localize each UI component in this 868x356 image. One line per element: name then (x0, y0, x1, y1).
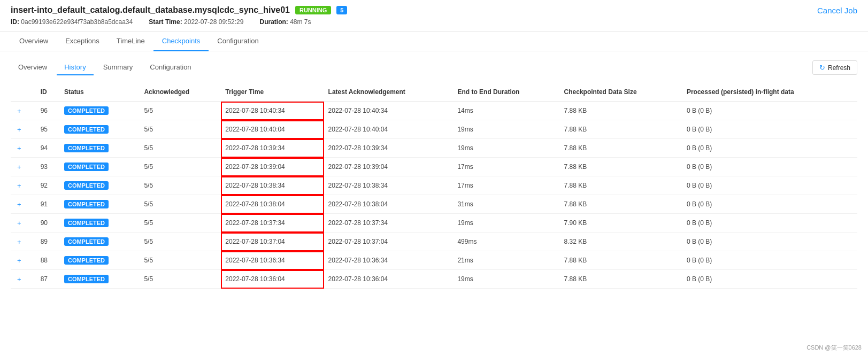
cell-latest-ack: 2022-07-28 10:40:34 (324, 102, 454, 120)
expand-button[interactable]: + (15, 144, 24, 152)
cell-data-size: 7.88 KB (560, 139, 682, 158)
status-badge: COMPLETED (64, 219, 109, 227)
cell-acknowledged: 5/5 (140, 176, 221, 195)
cell-data-size: 7.88 KB (560, 176, 682, 195)
cell-id: 93 (36, 158, 60, 176)
expand-cell: + (11, 102, 36, 120)
cell-id: 88 (36, 251, 60, 270)
cell-duration: 17ms (453, 176, 559, 195)
col-data-size: Checkpointed Data Size (560, 83, 682, 102)
table-row: +93COMPLETED5/52022-07-28 10:39:042022-0… (11, 158, 857, 176)
expand-button[interactable]: + (15, 163, 24, 171)
cell-latest-ack: 2022-07-28 10:39:04 (324, 158, 454, 176)
cell-status: COMPLETED (60, 102, 140, 120)
table-row: +90COMPLETED5/52022-07-28 10:37:342022-0… (11, 214, 857, 233)
cell-latest-ack: 2022-07-28 10:40:04 (324, 120, 454, 139)
cell-duration: 19ms (453, 120, 559, 139)
cell-acknowledged: 5/5 (140, 158, 221, 176)
cell-status: COMPLETED (60, 270, 140, 289)
cell-inflight: 0 B (0 B) (682, 120, 857, 139)
tab-configuration[interactable]: Configuration (209, 32, 267, 51)
sub-tab-summary[interactable]: Summary (96, 60, 141, 75)
cell-status: COMPLETED (60, 195, 140, 214)
col-duration: End to End Duration (453, 83, 559, 102)
tab-overview[interactable]: Overview (11, 32, 57, 51)
cell-acknowledged: 5/5 (140, 233, 221, 251)
cell-inflight: 0 B (0 B) (682, 176, 857, 195)
cell-data-size: 7.90 KB (560, 214, 682, 233)
job-start-time: Start Time: 2022-07-28 09:52:29 (149, 18, 243, 26)
table-row: +92COMPLETED5/52022-07-28 10:38:342022-0… (11, 176, 857, 195)
col-id: ID (36, 83, 60, 102)
cell-acknowledged: 5/5 (140, 120, 221, 139)
cell-status: COMPLETED (60, 120, 140, 139)
cell-duration: 19ms (453, 139, 559, 158)
expand-cell: + (11, 120, 36, 139)
cell-duration: 17ms (453, 158, 559, 176)
cell-duration: 14ms (453, 102, 559, 120)
cell-data-size: 8.32 KB (560, 233, 682, 251)
count-badge: 5 (336, 6, 347, 14)
sub-tab-configuration[interactable]: Configuration (142, 60, 198, 75)
cell-trigger-time: 2022-07-28 10:37:04 (221, 233, 324, 251)
cell-latest-ack: 2022-07-28 10:39:34 (324, 139, 454, 158)
cell-acknowledged: 5/5 (140, 139, 221, 158)
status-badge: COMPLETED (64, 144, 109, 152)
cell-trigger-time: 2022-07-28 10:39:34 (221, 139, 324, 158)
sub-tab-history[interactable]: History (57, 60, 93, 75)
cell-status: COMPLETED (60, 139, 140, 158)
expand-button[interactable]: + (15, 126, 24, 134)
expand-cell: + (11, 233, 36, 251)
status-badge: COMPLETED (64, 200, 109, 208)
cell-trigger-time: 2022-07-28 10:38:34 (221, 176, 324, 195)
cell-latest-ack: 2022-07-28 10:36:34 (324, 251, 454, 270)
status-badge: COMPLETED (64, 181, 109, 190)
cell-duration: 21ms (453, 251, 559, 270)
cell-trigger-time: 2022-07-28 10:40:34 (221, 102, 324, 120)
expand-button[interactable]: + (15, 275, 24, 283)
col-status: Status (60, 83, 140, 102)
status-badge: COMPLETED (64, 256, 109, 265)
cell-inflight: 0 B (0 B) (682, 233, 857, 251)
cell-id: 91 (36, 195, 60, 214)
cell-trigger-time: 2022-07-28 10:36:04 (221, 270, 324, 289)
sub-tab-overview[interactable]: Overview (11, 60, 55, 75)
checkpoints-table: ID Status Acknowledged Trigger Time Late… (11, 83, 857, 289)
cell-status: COMPLETED (60, 214, 140, 233)
cell-inflight: 0 B (0 B) (682, 139, 857, 158)
job-title: insert-into_default_catalog.default_data… (11, 5, 290, 15)
cell-data-size: 7.88 KB (560, 270, 682, 289)
cell-latest-ack: 2022-07-28 10:37:04 (324, 233, 454, 251)
tab-timeline[interactable]: TimeLine (108, 32, 153, 51)
cancel-job-button[interactable]: Cancel Job (817, 6, 857, 15)
expand-button[interactable]: + (15, 200, 24, 208)
cell-status: COMPLETED (60, 251, 140, 270)
col-latest-ack: Latest Acknowledgement (324, 83, 454, 102)
cell-inflight: 0 B (0 B) (682, 158, 857, 176)
cell-duration: 499ms (453, 233, 559, 251)
expand-cell: + (11, 214, 36, 233)
expand-button[interactable]: + (15, 182, 24, 190)
table-row: +88COMPLETED5/52022-07-28 10:36:342022-0… (11, 251, 857, 270)
cell-duration: 19ms (453, 214, 559, 233)
cell-status: COMPLETED (60, 233, 140, 251)
running-badge: RUNNING (295, 6, 331, 14)
col-acknowledged: Acknowledged (140, 83, 221, 102)
refresh-button[interactable]: ↻ Refresh (812, 60, 857, 75)
status-badge: COMPLETED (64, 237, 109, 246)
content-area: Overview History Summary Configuration ↻… (0, 51, 868, 297)
table-row: +95COMPLETED5/52022-07-28 10:40:042022-0… (11, 120, 857, 139)
expand-cell: + (11, 176, 36, 195)
expand-button[interactable]: + (15, 238, 24, 246)
cell-data-size: 7.88 KB (560, 251, 682, 270)
tab-exceptions[interactable]: Exceptions (57, 32, 108, 51)
tab-checkpoints[interactable]: Checkpoints (153, 32, 209, 51)
expand-cell: + (11, 270, 36, 289)
cell-inflight: 0 B (0 B) (682, 251, 857, 270)
expand-button[interactable]: + (15, 107, 24, 115)
cell-id: 90 (36, 214, 60, 233)
job-id: ID: 0ac99193e622e934f73ab3b8a5dcaa34 (11, 18, 133, 26)
col-trigger-time: Trigger Time (221, 83, 324, 102)
expand-button[interactable]: + (15, 219, 24, 227)
expand-button[interactable]: + (15, 257, 24, 265)
